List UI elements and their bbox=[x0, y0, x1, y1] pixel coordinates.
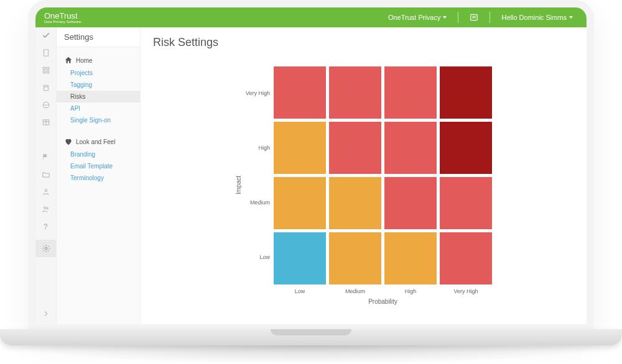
heatmap-cell[interactable] bbox=[274, 232, 326, 284]
rail-user-icon[interactable] bbox=[42, 188, 50, 196]
icon-rail: ? bbox=[35, 27, 57, 324]
user-menu[interactable]: Hello Dominic Simms bbox=[496, 11, 578, 24]
notifications-button[interactable] bbox=[465, 11, 483, 24]
heatmap-cell[interactable] bbox=[274, 177, 326, 229]
heatmap-cell[interactable] bbox=[384, 232, 437, 284]
rail-collapse-icon[interactable] bbox=[42, 309, 50, 318]
heatmap-cell[interactable] bbox=[384, 122, 437, 174]
heatmap-cell[interactable] bbox=[384, 66, 437, 119]
y-tick: High bbox=[246, 122, 270, 174]
nav-group-look: Look and Feel Branding Email Template Te… bbox=[57, 129, 140, 186]
chevron-down-icon bbox=[569, 16, 573, 19]
risk-heatmap: Impact Very HighHighMediumLow LowMediumH… bbox=[235, 66, 492, 305]
heatmap-cell[interactable] bbox=[440, 122, 492, 174]
svg-rect-5 bbox=[47, 67, 49, 70]
rail-table-icon[interactable] bbox=[42, 118, 50, 127]
svg-point-16 bbox=[45, 189, 47, 192]
brand-tagline: Data Privacy Software bbox=[44, 20, 81, 24]
nav-group-home: Home Projects Tagging Risks API Single S… bbox=[57, 47, 140, 129]
y-tick: Low bbox=[246, 231, 270, 283]
top-divider bbox=[490, 12, 490, 23]
heatmap-cell[interactable] bbox=[440, 66, 492, 119]
svg-rect-4 bbox=[43, 67, 45, 70]
settings-sidebar: Settings Home Projects Tagging Risks API… bbox=[57, 27, 141, 324]
top-divider bbox=[458, 12, 458, 23]
nav-group-label: Look and Feel bbox=[76, 139, 115, 145]
home-icon bbox=[64, 56, 73, 65]
news-icon bbox=[470, 13, 478, 22]
rail-flag-icon[interactable] bbox=[42, 153, 50, 162]
top-bar: OneTrust Data Privacy Software OneTrust … bbox=[35, 7, 587, 27]
heatmap-cell[interactable] bbox=[329, 122, 381, 174]
brand-block: OneTrust Data Privacy Software bbox=[44, 12, 81, 24]
heatmap-cell[interactable] bbox=[384, 177, 437, 229]
y-tick: Medium bbox=[246, 176, 270, 229]
nav-group-label: Home bbox=[76, 57, 93, 64]
main-panel: Risk Settings Impact Very HighHighMedium… bbox=[141, 27, 587, 324]
heatmap-cell[interactable] bbox=[440, 177, 492, 229]
brand-name: OneTrust bbox=[44, 12, 81, 20]
user-greeting: Hello Dominic Simms bbox=[501, 14, 567, 21]
svg-rect-15 bbox=[43, 154, 44, 160]
x-tick: High bbox=[384, 288, 437, 294]
rail-doc-icon[interactable] bbox=[42, 48, 50, 57]
y-axis-ticks: Very HighHighMediumLow bbox=[246, 66, 274, 284]
heatmap-cell[interactable] bbox=[329, 177, 381, 229]
svg-rect-6 bbox=[43, 71, 45, 73]
chevron-down-icon bbox=[443, 16, 447, 19]
x-axis-ticks: LowMediumHighVery High bbox=[274, 288, 492, 294]
svg-rect-8 bbox=[44, 86, 48, 91]
heatmap-cell[interactable] bbox=[329, 66, 381, 119]
rail-help-icon[interactable]: ? bbox=[42, 222, 50, 231]
x-tick: Low bbox=[274, 288, 326, 294]
x-axis-label: Probability bbox=[274, 298, 492, 305]
heart-icon bbox=[64, 137, 73, 146]
nav-item-api[interactable]: API bbox=[57, 102, 140, 114]
rail-building-icon[interactable] bbox=[42, 83, 50, 92]
svg-rect-3 bbox=[44, 50, 48, 57]
nav-item-tagging[interactable]: Tagging bbox=[57, 79, 140, 91]
y-axis-label: Impact bbox=[235, 176, 242, 194]
x-tick: Very High bbox=[440, 288, 492, 294]
x-tick: Medium bbox=[329, 288, 381, 294]
nav-item-sso[interactable]: Single Sign-on bbox=[57, 114, 140, 126]
rail-users-icon[interactable] bbox=[42, 205, 50, 214]
y-tick: Very High bbox=[246, 67, 270, 119]
rail-settings-icon[interactable] bbox=[35, 240, 56, 257]
app-switcher-label: OneTrust Privacy bbox=[388, 14, 441, 21]
heatmap-cell[interactable] bbox=[274, 66, 326, 119]
heatmap-cell[interactable] bbox=[274, 122, 326, 174]
rail-check-icon[interactable] bbox=[42, 31, 50, 40]
svg-point-19 bbox=[45, 247, 47, 250]
heatmap-cell[interactable] bbox=[440, 232, 492, 284]
nav-item-branding[interactable]: Branding bbox=[57, 148, 140, 160]
nav-item-terminology[interactable]: Terminology bbox=[57, 172, 140, 184]
page-title: Risk Settings bbox=[141, 27, 587, 53]
rail-grid-icon[interactable] bbox=[42, 66, 50, 75]
rail-folder-icon[interactable] bbox=[42, 170, 50, 179]
svg-point-17 bbox=[44, 207, 46, 209]
section-title: Settings bbox=[57, 27, 140, 47]
heatmap-grid bbox=[274, 66, 492, 284]
camera-dot bbox=[309, 2, 313, 6]
heatmap-cell[interactable] bbox=[329, 232, 381, 284]
nav-item-risks[interactable]: Risks bbox=[57, 91, 140, 102]
nav-item-projects[interactable]: Projects bbox=[57, 67, 140, 79]
svg-rect-7 bbox=[47, 71, 49, 73]
svg-point-18 bbox=[47, 207, 48, 209]
rail-globe-icon[interactable] bbox=[42, 101, 50, 109]
nav-item-email-template[interactable]: Email Template bbox=[57, 160, 140, 172]
app-switcher[interactable]: OneTrust Privacy bbox=[383, 11, 452, 24]
